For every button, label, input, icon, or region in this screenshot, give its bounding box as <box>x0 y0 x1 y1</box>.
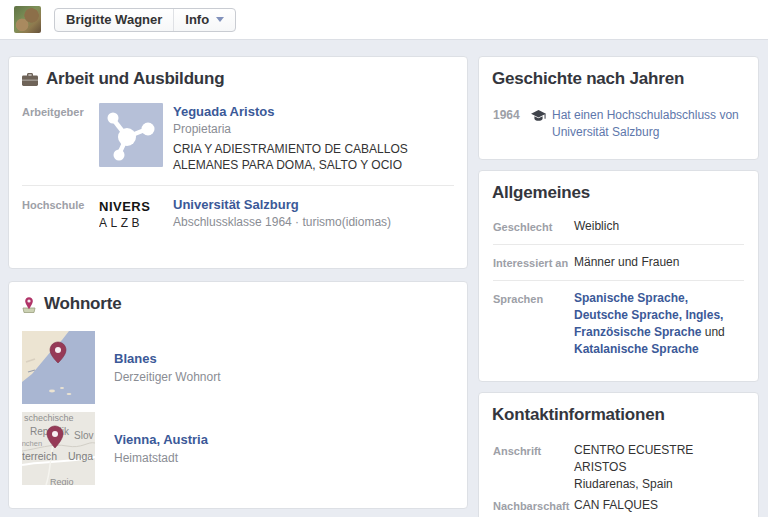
school-name-link[interactable]: Universität Salzburg <box>173 197 299 213</box>
employer-details: Yeguada Aristos Propietaria CRIA Y ADIES… <box>173 103 454 173</box>
profile-avatar[interactable] <box>14 6 41 33</box>
employer-description: CRIA Y ADIESTRAMIENTO DE CABALLOS ALEMAN… <box>173 141 454 173</box>
left-column: Arbeit und Ausbildung Arbeitgeber <box>8 56 468 509</box>
hometown-link[interactable]: Vienna, Austria <box>114 431 208 448</box>
current-city-text: Blanes Derzeitiger Wohnort <box>114 350 221 386</box>
school-logo-text: NIVERS <box>99 198 163 215</box>
places-title: Wohnorte <box>44 294 121 314</box>
history-title: Geschichte nach Jahren <box>492 69 684 89</box>
gender-row: Geschlecht Weiblich <box>479 209 758 244</box>
contact-title: Kontaktinformationen <box>492 405 665 425</box>
contact-heading: Kontaktinformationen <box>479 393 758 433</box>
info-tab-button[interactable]: Info <box>173 9 235 31</box>
hometown-text: Vienna, Austria Heimatstadt <box>114 431 208 467</box>
school-logo-thumbnail[interactable]: NIVERS ALZB <box>99 198 163 242</box>
top-nav-bar: Brigitte Wagner Info <box>0 0 768 40</box>
history-event-row: 1964 Hat einen Hochschulabschluss von Un… <box>479 97 758 159</box>
employer-role: Propietaria <box>173 121 454 137</box>
vienna-map-thumbnail[interactable]: schechische Republik Slov inchen terreic… <box>22 412 95 485</box>
address-label: Anschrift <box>493 442 574 493</box>
graduation-cap-icon <box>531 109 546 141</box>
profile-nav-button: Brigitte Wagner Info <box>54 8 236 32</box>
places-heading: Wohnorte <box>9 282 467 326</box>
current-city-row: Blanes Derzeitiger Wohnort <box>9 326 467 407</box>
interested-value: Männer und Frauen <box>574 254 679 271</box>
address-row: Anschrift CENTRO ECUESTRE ARISTOS Riudar… <box>479 433 758 495</box>
school-logo-text: ALZB <box>99 215 163 231</box>
map-label: Unga <box>68 450 93 462</box>
work-education-title: Arbeit und Ausbildung <box>46 69 224 89</box>
employer-name-link[interactable]: Yeguada Aristos <box>173 104 274 120</box>
school-label: Hochschule <box>22 196 92 242</box>
history-heading: Geschichte nach Jahren <box>479 57 758 97</box>
school-details-block: Universität Salzburg Abschlussklasse 196… <box>173 196 391 242</box>
network-icon <box>99 103 163 167</box>
hometown-row: schechische Republik Slov inchen terreic… <box>9 407 467 488</box>
gender-value: Weiblich <box>574 218 619 235</box>
map-label: terreich <box>22 450 57 462</box>
general-heading: Allgemeines <box>479 171 758 209</box>
address-value: CENTRO ECUESTRE ARISTOS Riudarenas, Spai… <box>574 442 744 493</box>
map-label: schechische <box>24 413 74 423</box>
neighborhood-row: Nachbarschaft CAN FALQUES <box>479 495 758 517</box>
map-label: Regio <box>50 477 74 485</box>
map-label: Slov <box>74 430 93 441</box>
language-link[interactable]: Katalanische Sprache <box>574 342 699 356</box>
content-area: Arbeit und Ausbildung Arbeitgeber <box>0 40 768 517</box>
languages-label: Sprachen <box>493 290 574 358</box>
neighborhood-label: Nachbarschaft <box>493 497 574 514</box>
employer-thumbnail[interactable] <box>99 103 163 167</box>
neighborhood-value: CAN FALQUES <box>574 497 658 514</box>
interested-label: Interessiert an <box>493 254 574 271</box>
history-event-link[interactable]: Hat einen Hochschulabschluss von Univers… <box>552 107 744 141</box>
languages-row: Sprachen Spanische Sprache, Deutsche Spr… <box>479 281 758 367</box>
address-line1: CENTRO ECUESTRE ARISTOS <box>574 442 744 476</box>
current-city-link[interactable]: Blanes <box>114 350 157 367</box>
interested-row: Interessiert an Männer und Frauen <box>479 245 758 280</box>
profile-name-button[interactable]: Brigitte Wagner <box>55 9 173 31</box>
employer-label: Arbeitgeber <box>22 103 92 173</box>
places-card: Wohnorte <box>8 281 468 509</box>
blanes-map-thumbnail[interactable] <box>22 331 95 404</box>
work-education-card: Arbeit und Ausbildung Arbeitgeber <box>8 56 468 269</box>
hometown-type: Heimatstadt <box>114 450 208 467</box>
school-details: Abschlussklasse 1964 · turismo(idiomas) <box>173 214 391 230</box>
school-row: Hochschule NIVERS ALZB Universität Salzb… <box>9 188 467 268</box>
employer-row: Arbeitgeber <box>9 95 467 183</box>
work-education-heading: Arbeit und Ausbildung <box>9 57 467 95</box>
history-year: 1964 <box>493 107 529 141</box>
chevron-down-icon <box>216 17 224 22</box>
info-tab-label: Info <box>185 12 209 27</box>
row-divider <box>22 185 454 186</box>
briefcase-icon <box>22 72 38 87</box>
current-city-type: Derzeitiger Wohnort <box>114 369 221 386</box>
map-pin-icon <box>22 296 36 313</box>
profile-info-page: Brigitte Wagner Info Arbei <box>0 0 768 517</box>
general-title: Allgemeines <box>492 183 590 203</box>
languages-conjunction: und <box>701 325 724 339</box>
general-card: Allgemeines Geschlecht Weiblich Interess… <box>478 170 759 382</box>
address-line2: Riudarenas, Spain <box>574 476 744 493</box>
contact-card: Kontaktinformationen Anschrift CENTRO EC… <box>478 392 759 517</box>
map-label: inchen <box>22 439 42 448</box>
gender-label: Geschlecht <box>493 218 574 235</box>
history-card: Geschichte nach Jahren 1964 Hat einen Ho… <box>478 56 759 160</box>
right-column: Geschichte nach Jahren 1964 Hat einen Ho… <box>478 56 759 517</box>
languages-value: Spanische Sprache, Deutsche Sprache, Ing… <box>574 290 744 358</box>
